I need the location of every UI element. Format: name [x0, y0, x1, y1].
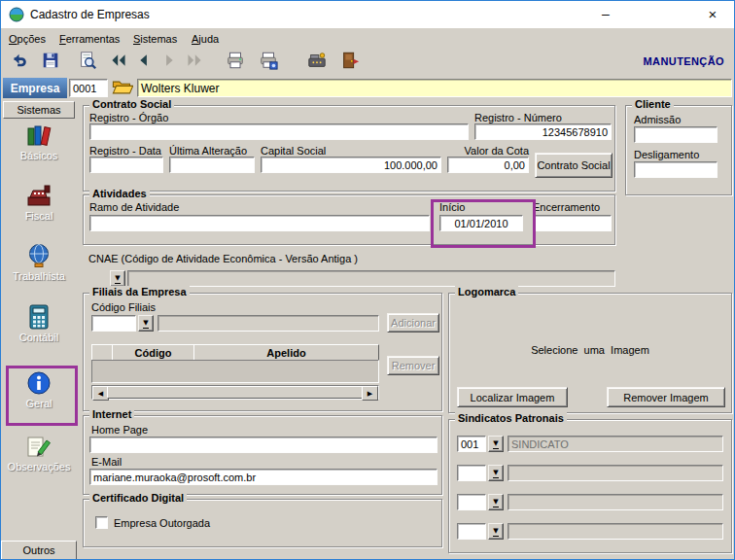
- remover-imagem-button[interactable]: Remover Imagem: [607, 387, 725, 407]
- undo-button[interactable]: [7, 49, 32, 73]
- title-bar[interactable]: Cadastro de Empresas – ×: [1, 1, 734, 28]
- remover-button[interactable]: Remover: [387, 356, 439, 375]
- print-button[interactable]: [223, 49, 248, 73]
- window-title: Cadastro de Empresas: [30, 8, 150, 21]
- cnae-label: CNAE (Código de Atividade Econômica - Ve…: [88, 253, 358, 264]
- menu-ajuda[interactable]: Ajuda: [188, 31, 223, 47]
- app-window: Cadastro de Empresas – × Opções Ferramen…: [0, 0, 735, 560]
- email-label: E-Mail: [91, 456, 122, 468]
- group-title: Contrato Social: [89, 98, 174, 110]
- sidebar-tab-outros[interactable]: Outros: [1, 541, 77, 560]
- localizar-imagem-button[interactable]: Localizar Imagem: [457, 387, 568, 407]
- nav-next-button[interactable]: [157, 49, 182, 73]
- save-button[interactable]: [38, 49, 63, 73]
- sidebar-item-contabil[interactable]: Contábil: [1, 303, 77, 343]
- group-title: Cliente: [632, 98, 674, 110]
- encerramento-field[interactable]: [533, 215, 612, 231]
- registro-data-label: Registro - Data: [89, 145, 161, 157]
- filiais-column-header-apelido: Apelido: [193, 344, 379, 361]
- cash-register-button[interactable]: [304, 49, 330, 73]
- open-company-button[interactable]: [112, 80, 133, 97]
- group-title: Internet: [89, 408, 134, 420]
- highlight-box-inicio: [431, 199, 536, 248]
- sindicato-dropdown-button[interactable]: ▼: [488, 436, 504, 452]
- globe-icon: [25, 242, 52, 269]
- home-page-field[interactable]: [89, 437, 438, 453]
- email-field[interactable]: mariane.muraoka@prosoft.com.br: [89, 469, 438, 485]
- nav-prev-button[interactable]: [131, 49, 157, 73]
- sindicato-code-field[interactable]: [457, 465, 486, 481]
- company-code-field[interactable]: 0001: [69, 79, 108, 97]
- sindicato-dropdown-button[interactable]: ▼: [488, 523, 504, 540]
- filiais-hscrollbar[interactable]: ◀ ▶: [91, 385, 379, 400]
- mode-label: MANUTENÇÃO: [644, 55, 724, 67]
- minimize-button[interactable]: –: [584, 1, 627, 28]
- filiais-column-header: [91, 344, 113, 361]
- group-title: Sindicatos Patronais: [455, 412, 567, 424]
- menu-ferramentas[interactable]: Ferramentas: [55, 31, 123, 47]
- registro-orgao-field[interactable]: [89, 123, 469, 140]
- exit-button[interactable]: [337, 49, 363, 73]
- registro-numero-field[interactable]: 12345678910: [474, 123, 612, 140]
- nav-first-button[interactable]: [106, 49, 131, 73]
- chevron-down-icon: ▼: [493, 498, 498, 508]
- cnae-dropdown-button[interactable]: ▼: [110, 270, 125, 287]
- highlight-box-geral: [6, 366, 78, 426]
- registro-orgao-label: Registro - Órgão: [89, 112, 168, 123]
- nav-first-icon: [109, 52, 128, 71]
- sidebar-item-observacoes[interactable]: Observações: [1, 433, 77, 472]
- empresa-outorgada-checkbox[interactable]: [95, 516, 108, 529]
- sindicato-code-field[interactable]: [457, 494, 486, 510]
- filiais-column-header-codigo: Código: [112, 344, 194, 361]
- menu-opcoes[interactable]: Opções: [5, 31, 50, 47]
- registro-numero-label: Registro - Número: [474, 112, 562, 123]
- notes-pencil-icon: [25, 433, 52, 460]
- close-button[interactable]: ×: [691, 1, 734, 28]
- scroll-right-button[interactable]: ▶: [362, 386, 378, 401]
- ultima-alteracao-field[interactable]: [169, 157, 255, 173]
- empresa-outorgada-label: Empresa Outorgada: [114, 517, 210, 529]
- cash-register-icon: [25, 182, 52, 209]
- preview-button[interactable]: [75, 49, 100, 73]
- sidebar-tab-sistemas[interactable]: Sistemas: [3, 101, 75, 119]
- triangle-right-icon: ▶: [368, 390, 372, 398]
- desligamento-label: Desligamento: [634, 149, 699, 160]
- contrato-social-button[interactable]: Contrato Social: [535, 153, 612, 178]
- books-icon: [25, 122, 52, 149]
- capital-social-label: Capital Social: [261, 145, 326, 157]
- admissao-field[interactable]: [634, 126, 718, 143]
- cash-register-icon: [307, 51, 327, 72]
- sindicato-code-field[interactable]: 001: [457, 436, 486, 452]
- registro-data-field[interactable]: [89, 157, 163, 173]
- triangle-left-icon: ◀: [98, 390, 103, 398]
- capital-social-field[interactable]: 100.000,00: [261, 157, 441, 173]
- nav-last-button[interactable]: [182, 49, 207, 73]
- certificado-group: Certificado Digital Empresa Outorgada: [83, 499, 442, 547]
- scrollbar-thumb[interactable]: [107, 386, 364, 399]
- cnae-field: [127, 270, 615, 287]
- adicionar-button[interactable]: Adicionar: [387, 313, 439, 332]
- desligamento-field[interactable]: [634, 161, 718, 178]
- sindicato-name-field: [508, 523, 723, 540]
- sidebar-item-label: Observações: [1, 461, 77, 472]
- menu-sistemas[interactable]: Sistemas: [129, 31, 181, 47]
- codigo-filiais-dropdown-button[interactable]: ▼: [138, 315, 154, 332]
- ramo-atividade-field[interactable]: [89, 215, 430, 231]
- logomarca-group: Logomarca Selecione uma Imagem Localizar…: [448, 293, 732, 413]
- sindicato-code-field[interactable]: [457, 523, 486, 540]
- company-name-field[interactable]: Wolters Kluwer: [137, 79, 732, 97]
- sindicato-dropdown-button[interactable]: ▼: [488, 494, 504, 510]
- sidebar-item-label: Fiscal: [1, 210, 77, 222]
- calculator-icon: [25, 303, 52, 331]
- empresa-badge: Empresa: [3, 78, 67, 98]
- nav-prev-icon: [134, 52, 154, 71]
- print-setup-button[interactable]: [256, 49, 281, 73]
- sidebar-item-trabalhista[interactable]: Trabalhista: [1, 242, 77, 282]
- codigo-filiais-field[interactable]: [91, 315, 136, 332]
- sidebar-item-label: Básicos: [1, 150, 77, 161]
- valor-cota-field[interactable]: 0,00: [447, 157, 529, 173]
- internet-group: Internet Home Page E-Mail mariane.muraok…: [83, 415, 442, 495]
- sindicato-dropdown-button[interactable]: ▼: [488, 465, 504, 481]
- sidebar-item-fiscal[interactable]: Fiscal: [1, 182, 77, 222]
- sidebar-item-basicos[interactable]: Básicos: [1, 122, 77, 161]
